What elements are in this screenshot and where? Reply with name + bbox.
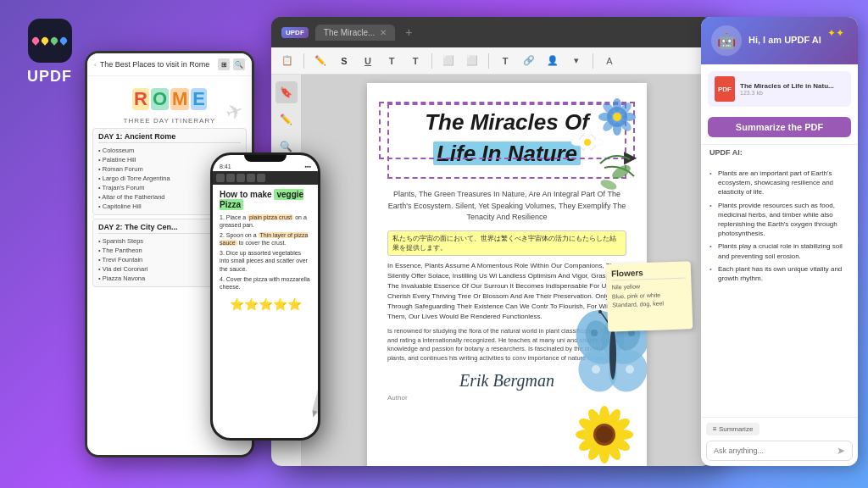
phone-toolbar: [213, 171, 318, 185]
sidebar-pen-btn[interactable]: ✏️: [275, 108, 298, 130]
phone-signal: ▪▪▪: [305, 164, 311, 169]
recipe-step-2: 2. Spoon on a Thin layer of pizza sauce …: [220, 231, 311, 247]
ai-avatar-icon: 🤖: [711, 25, 742, 56]
phone-tool-1[interactable]: [216, 174, 225, 182]
svg-point-41: [577, 416, 600, 435]
day1-item-1: Colosseum: [98, 146, 241, 155]
add-tab-button[interactable]: +: [405, 25, 412, 39]
logo-waves: [32, 37, 67, 44]
recipe-step-1: 1. Place a plain pizza crust on a grease…: [220, 214, 311, 229]
ai-footer-actions: ≡ Summarize: [706, 423, 853, 435]
pdf-signature: Erik Bergman: [387, 371, 626, 391]
rome-letter-m: M: [170, 88, 189, 110]
pdf-title-line2: Life In Nature: [398, 141, 616, 166]
recipe-title: How to make veggie Pizza: [220, 190, 311, 210]
toolbar-box-btn[interactable]: ⬜: [439, 52, 458, 70]
logo-text: UPDF: [27, 68, 72, 86]
svg-point-33: [609, 416, 632, 435]
toolbar-box2-btn[interactable]: ⬜: [463, 52, 481, 70]
ai-panel-header: 🤖 Hi, I am UPDF AI ✦✦: [701, 17, 858, 64]
toolbar-font-btn[interactable]: A: [600, 52, 619, 70]
ai-bullet-1: Plants are an important part of Earth's …: [709, 169, 849, 197]
updf-logo-icon: [28, 19, 72, 63]
flowers-sticky-note: Flowers Nile yellow Blue, pink or white …: [606, 261, 693, 331]
tablet-icon-2: 🔍: [233, 58, 245, 70]
svg-point-43: [593, 424, 615, 446]
phone-content: How to make veggie Pizza 1. Place a plai…: [213, 185, 318, 316]
svg-point-32: [604, 408, 623, 430]
cursor-icon: ▶: [624, 147, 637, 167]
sidebar-bookmark-btn[interactable]: 🔖: [275, 81, 298, 103]
toolbar-s-btn[interactable]: S: [335, 52, 353, 70]
toolbar-t2-btn[interactable]: T: [406, 52, 425, 70]
summarize-pdf-button[interactable]: Summarize the PDF: [708, 117, 851, 137]
pdf-title-container: The Miracles Of Life In Nature: [387, 103, 626, 179]
svg-point-42: [586, 408, 604, 430]
toolbar-file-btn[interactable]: 📋: [278, 52, 297, 70]
phone-screen: 8:41 ▪▪▪ How to make veggie Pizza 1. Pla…: [213, 155, 318, 438]
toolbar-t-btn[interactable]: T: [382, 52, 401, 70]
phone-device: 8:41 ▪▪▪ How to make veggie Pizza 1. Pla…: [210, 152, 320, 441]
phone-tool-4[interactable]: [247, 174, 255, 182]
ai-doc-reference: PDF The Miracles of Life in Natu... 123.…: [708, 71, 851, 107]
pdf-page: The Miracles Of Life In Nature ▶ Plants,…: [367, 83, 647, 466]
pdf-japanese-text: 私たちの宇宙の面において、世界は繁くべき宇宙体の活力にもたらした結果を提供します…: [387, 230, 626, 256]
pdf-title-text-1: The Miracles Of: [425, 109, 589, 135]
pdf-toolbar: 📋 ✏️ S U T T ⬜ ⬜ T 🔗 👤 ▾ A: [271, 47, 712, 75]
ai-footer: ≡ Summarize ➤: [701, 417, 858, 466]
ai-doc-size: 123.3 kb: [740, 90, 844, 96]
toolbar-u-btn[interactable]: U: [359, 52, 377, 70]
ai-panel: 🤖 Hi, I am UPDF AI ✦✦ PDF The Miracles o…: [701, 17, 858, 466]
tablet-header: ‹ The Best Places to visit in Rome ⊞ 🔍: [87, 53, 252, 76]
updf-logo-small: UPDF: [281, 27, 309, 38]
phone-tool-3[interactable]: [236, 174, 245, 182]
svg-point-36: [604, 440, 623, 463]
toolbar-sep-4: [593, 53, 593, 69]
toolbar-pen-btn[interactable]: ✏️: [311, 52, 330, 70]
pdf-tab-active[interactable]: The Miracle... ✕: [315, 25, 396, 41]
ai-input-area[interactable]: ➤: [706, 441, 853, 461]
pdf-tab-label: The Miracle...: [324, 28, 376, 37]
rome-letter-r: R: [132, 88, 149, 110]
ai-stars-icon: ✦✦: [827, 27, 844, 39]
ai-ask-input[interactable]: [714, 446, 833, 455]
toolbar-text-btn[interactable]: T: [496, 52, 515, 70]
pdf-tab-close-icon[interactable]: ✕: [380, 28, 387, 37]
wave-2: [40, 36, 49, 45]
ai-content-area: Plants are an important part of Earth's …: [701, 160, 858, 417]
pdf-author-label: Author: [387, 394, 626, 402]
svg-point-30: [626, 365, 634, 374]
svg-point-35: [609, 435, 632, 453]
phone-notch: [244, 155, 287, 162]
pdf-viewer: UPDF The Miracle... ✕ + 📋 ✏️ S U T T ⬜ ⬜…: [271, 17, 712, 466]
rome-letter-e: E: [191, 88, 207, 110]
svg-point-40: [576, 430, 596, 440]
svg-point-34: [613, 430, 633, 440]
toolbar-link-btn[interactable]: 🔗: [520, 52, 538, 70]
tablet-icon-1: ⊞: [218, 58, 230, 70]
svg-point-44: [596, 426, 613, 443]
wave-1: [31, 36, 40, 45]
phone-tool-5[interactable]: [257, 174, 265, 182]
logo-area: UPDF: [27, 19, 72, 86]
toolbar-user-btn[interactable]: 👤: [543, 52, 562, 70]
wave-4: [58, 36, 68, 45]
toolbar-dropdown-btn[interactable]: ▾: [567, 52, 586, 70]
ai-doc-info: The Miracles of Life in Natu... 123.3 kb: [740, 82, 844, 97]
pdf-title-highlight: Life In Nature: [433, 141, 581, 166]
svg-point-31: [599, 406, 609, 426]
pdf-titlebar: UPDF The Miracle... ✕ +: [271, 17, 712, 47]
recipe-highlight: veggie Pizza: [220, 189, 303, 210]
flowers-note-title: Flowers: [611, 266, 686, 280]
ai-summarize-action-btn[interactable]: ≡ Summarize: [706, 423, 760, 435]
pdf-subtitle: Plants, The Green Treasures In Nature, A…: [387, 189, 626, 224]
toolbar-sep-3: [488, 53, 489, 69]
toolbar-sep-2: [431, 53, 432, 69]
svg-point-38: [586, 440, 604, 463]
rome-letter-o: O: [151, 88, 169, 110]
day1-title: DAY 1: Ancient Rome: [98, 132, 241, 143]
wave-3: [49, 36, 58, 45]
ai-bullet-2: Plants provide resources such as food, m…: [709, 201, 849, 239]
phone-tool-2[interactable]: [226, 174, 235, 182]
ai-send-icon[interactable]: ➤: [837, 445, 845, 457]
